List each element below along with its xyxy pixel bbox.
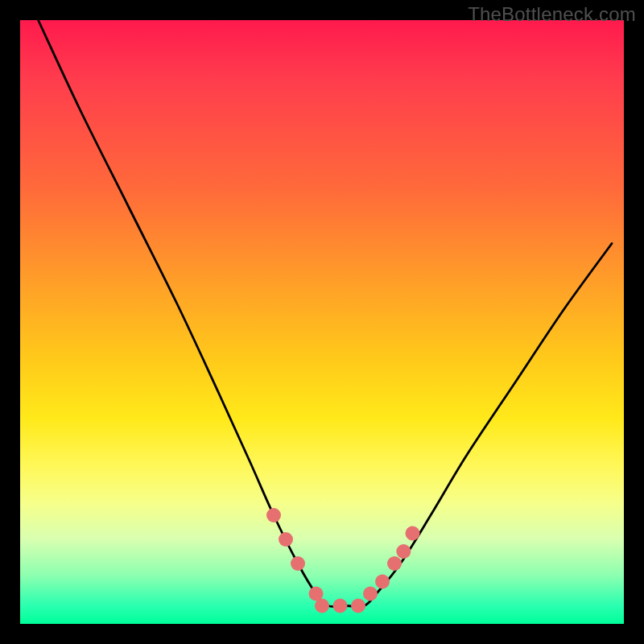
marker-dot	[375, 575, 390, 589]
marker-dot	[266, 508, 281, 522]
marker-dot	[351, 599, 365, 613]
marker-dot	[279, 532, 293, 547]
chart-frame: TheBottleneck.com	[0, 0, 644, 644]
watermark-text: TheBottleneck.com	[468, 3, 636, 26]
marker-dot	[387, 556, 402, 571]
marker-dot	[333, 599, 348, 613]
marker-dot	[406, 526, 420, 541]
chart-svg	[20, 20, 624, 624]
marker-dot	[363, 587, 378, 601]
bottleneck-curve	[39, 20, 613, 607]
marker-dot	[315, 599, 329, 613]
marker-dot	[396, 544, 411, 559]
highlighted-points	[266, 508, 420, 613]
marker-dot	[291, 556, 305, 571]
